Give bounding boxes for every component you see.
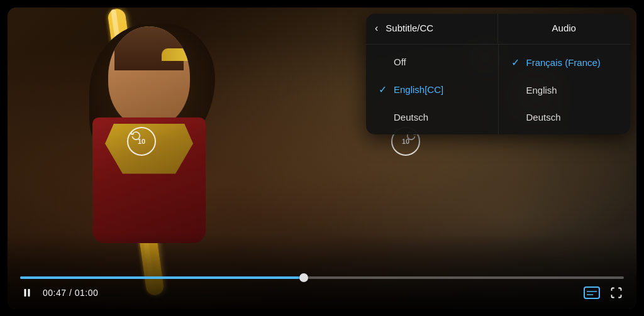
audio-option-francais[interactable]: ✓ Français (France) bbox=[499, 48, 631, 77]
controls-bar: 00:47 / 01:00 bbox=[8, 270, 636, 309]
audio-options-column: ✓ Français (France) English Deutsch bbox=[499, 45, 631, 134]
subtitle-button[interactable] bbox=[582, 285, 601, 300]
check-icon-english-cc: ✓ bbox=[379, 84, 389, 95]
dropdown-header: ‹ Subtitle/CC Audio bbox=[366, 14, 630, 45]
subtitle-option-english-cc[interactable]: ✓ English[CC] bbox=[366, 75, 498, 104]
rewind-icon: 10 bbox=[127, 127, 156, 156]
back-chevron-icon: ‹ bbox=[375, 23, 378, 34]
subtitle-option-off[interactable]: Off bbox=[366, 48, 498, 75]
subtitle-off-label: Off bbox=[394, 57, 406, 67]
audio-option-deutsch[interactable]: Deutsch bbox=[499, 104, 631, 131]
tab-audio[interactable]: Audio bbox=[498, 14, 631, 44]
time-separator: / bbox=[69, 288, 75, 298]
check-icon-francais: ✓ bbox=[511, 57, 521, 68]
subtitle-tab-label: Subtitle/CC bbox=[386, 23, 433, 33]
right-controls bbox=[582, 285, 624, 300]
audio-english-label: English bbox=[526, 85, 557, 95]
tab-subtitle-cc[interactable]: ‹ Subtitle/CC bbox=[366, 14, 498, 44]
audio-option-english[interactable]: English bbox=[499, 77, 631, 104]
progress-thumb[interactable] bbox=[299, 273, 308, 282]
svg-rect-1 bbox=[28, 289, 30, 297]
audio-tab-label: Audio bbox=[552, 23, 576, 33]
subtitle-options-column: Off ✓ English[CC] Deutsch bbox=[366, 45, 499, 134]
progress-bar[interactable] bbox=[20, 276, 624, 279]
total-time: 01:00 bbox=[75, 288, 99, 298]
subtitle-option-deutsch[interactable]: Deutsch bbox=[366, 104, 498, 131]
time-display: 00:47 / 01:00 bbox=[43, 288, 98, 298]
progress-fill bbox=[20, 276, 304, 279]
subtitle-english-cc-label: English[CC] bbox=[394, 84, 443, 95]
char-tiara bbox=[162, 48, 190, 61]
audio-deutsch-label: Deutsch bbox=[526, 112, 561, 123]
current-time: 00:47 bbox=[43, 288, 67, 298]
svg-rect-2 bbox=[584, 287, 599, 298]
rewind-button[interactable]: 10 bbox=[127, 127, 156, 156]
video-player: 10 10 bbox=[8, 8, 636, 309]
dropdown-body: Off ✓ English[CC] Deutsch ✓ Français (Fr… bbox=[366, 45, 630, 134]
char-head bbox=[108, 26, 190, 127]
audio-francais-label: Français (France) bbox=[526, 57, 601, 68]
svg-rect-0 bbox=[25, 289, 26, 297]
fullscreen-button[interactable] bbox=[609, 285, 624, 300]
controls-row: 00:47 / 01:00 bbox=[20, 285, 624, 300]
subtitle-audio-dropdown: ‹ Subtitle/CC Audio Off ✓ English[CC] bbox=[366, 14, 630, 134]
pause-button[interactable] bbox=[20, 286, 34, 300]
subtitle-deutsch-label: Deutsch bbox=[394, 112, 428, 123]
